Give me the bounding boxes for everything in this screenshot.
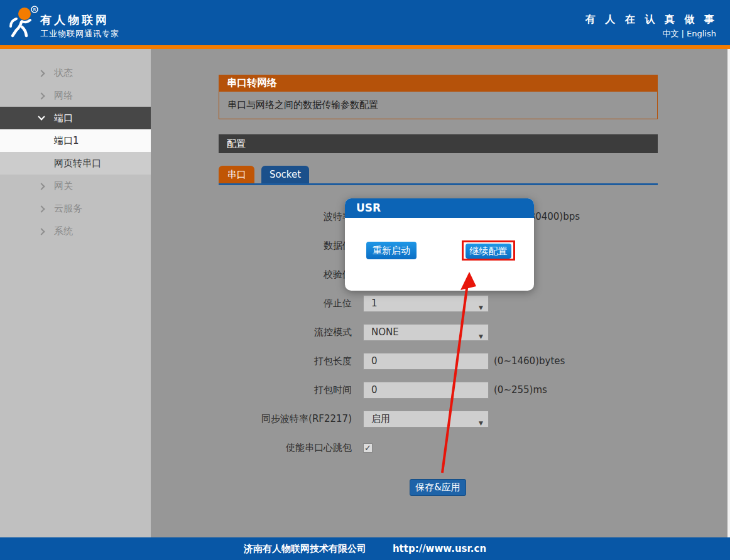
form-row-stopbits: 停止位 1▼ (219, 289, 658, 318)
brand-slogan: 工业物联网通讯专家 (40, 28, 119, 40)
heartbeat-checkbox[interactable]: ✓ (363, 443, 373, 453)
packlength-label: 打包长度 (219, 355, 352, 367)
flowcontrol-label: 流控模式 (219, 326, 352, 338)
save-row: 保存&应用 (410, 479, 658, 496)
tab-bar: 串口 Socket (219, 166, 658, 183)
stopbits-select[interactable]: 1▼ (363, 295, 489, 312)
sidebar-item-status[interactable]: 状态 (0, 62, 151, 84)
chevron-right-icon (38, 183, 45, 190)
page-title-panel: 串口转网络 串口与网络之间的数据传输参数配置 (219, 75, 658, 119)
sidebar-subitem-port1[interactable]: 端口1 (0, 129, 151, 152)
sidebar-item-label: 状态 (54, 67, 73, 78)
packtime-label: 打包时间 (219, 384, 352, 396)
dropdown-arrow-icon: ▼ (479, 300, 483, 316)
section-header-config: 配置 (219, 134, 658, 153)
sidebar-item-label: 云服务 (54, 203, 82, 214)
page: R 有人物联网 工业物联网通讯专家 有 人 在 认 真 做 事 中文 | Eng… (0, 0, 730, 560)
dropdown-arrow-icon: ▼ (479, 329, 483, 345)
footer-url[interactable]: http://www.usr.cn (393, 543, 486, 554)
flowcontrol-select[interactable]: NONE▼ (363, 324, 489, 341)
page-footer: 济南有人物联网技术有限公司 http://www.usr.cn (0, 537, 730, 560)
app-header: R 有人物联网 工业物联网通讯专家 有 人 在 认 真 做 事 中文 | Eng… (0, 0, 730, 49)
sidebar-item-label: 网络 (54, 90, 73, 101)
chevron-down-icon (38, 113, 45, 120)
sidebar-item-system[interactable]: 系统 (0, 220, 151, 242)
usr-logo-icon: R (5, 5, 40, 41)
sidebar-item-cloud[interactable]: 云服务 (0, 197, 151, 220)
chevron-right-icon (38, 205, 45, 212)
sidebar-item-label: 端口 (54, 112, 73, 124)
header-tagline: 有 人 在 认 真 做 事 (586, 13, 717, 26)
sidebar-subitem-web-to-serial[interactable]: 网页转串口 (0, 152, 151, 175)
sidebar-item-network[interactable]: 网络 (0, 84, 151, 107)
page-title: 串口转网络 (219, 75, 658, 92)
tab-underline (219, 183, 658, 185)
scrollbar-track[interactable] (727, 49, 730, 537)
page-description: 串口与网络之间的数据传输参数配置 (219, 92, 657, 119)
form-row-packlength: 打包长度 0 (0~1460)bytes (219, 347, 658, 375)
footer-company: 济南有人物联网技术有限公司 (244, 543, 366, 555)
save-apply-button[interactable]: 保存&应用 (410, 479, 466, 496)
continue-config-button[interactable]: 继续配置 (466, 244, 511, 259)
language-switcher[interactable]: 中文 | English (662, 28, 716, 40)
form-row-flowcontrol: 流控模式 NONE▼ (219, 318, 658, 347)
stopbits-label: 停止位 (219, 298, 352, 310)
restart-button[interactable]: 重新启动 (366, 242, 417, 259)
chevron-right-icon (38, 228, 45, 235)
form-row-packtime: 打包时间 0 (0~255)ms (219, 375, 658, 404)
sidebar-nav: 状态 网络 端口 端口1 网页转串口 网关 云服务 系统 (0, 49, 151, 537)
sidebar-item-label: 系统 (54, 225, 73, 237)
parity-label: 校验位 (219, 269, 352, 281)
chevron-right-icon (38, 92, 45, 99)
dropdown-arrow-icon: ▼ (479, 416, 483, 431)
tab-serial[interactable]: 串口 (219, 166, 254, 183)
packtime-hint: (0~255)ms (494, 384, 547, 396)
sidebar-item-label: 网关 (54, 180, 73, 191)
packlength-hint: (0~1460)bytes (494, 355, 565, 367)
usr-modal-dialog: USR 重新启动 继续配置 (345, 198, 534, 291)
form-row-syncbaud: 同步波特率(RF2217) 启用▼ (219, 404, 658, 433)
modal-title: USR (345, 198, 534, 218)
syncbaud-select[interactable]: 启用▼ (363, 411, 489, 428)
tab-socket[interactable]: Socket (261, 166, 309, 183)
sidebar-item-gateway[interactable]: 网关 (0, 175, 151, 197)
chevron-right-icon (38, 70, 45, 77)
packtime-input[interactable]: 0 (363, 382, 489, 399)
syncbaud-label: 同步波特率(RF2217) (219, 413, 352, 425)
databits-label: 数据位 (219, 240, 352, 252)
form-row-heartbeat: 使能串口心跳包 ✓ (219, 433, 658, 462)
svg-text:R: R (33, 8, 36, 13)
packlength-input[interactable]: 0 (363, 353, 489, 370)
heartbeat-label: 使能串口心跳包 (219, 442, 352, 454)
sidebar-item-port[interactable]: 端口 (0, 107, 151, 129)
brand-title: 有人物联网 (40, 13, 109, 28)
baudrate-label: 波特率 (219, 211, 352, 223)
check-icon: ✓ (364, 443, 371, 453)
